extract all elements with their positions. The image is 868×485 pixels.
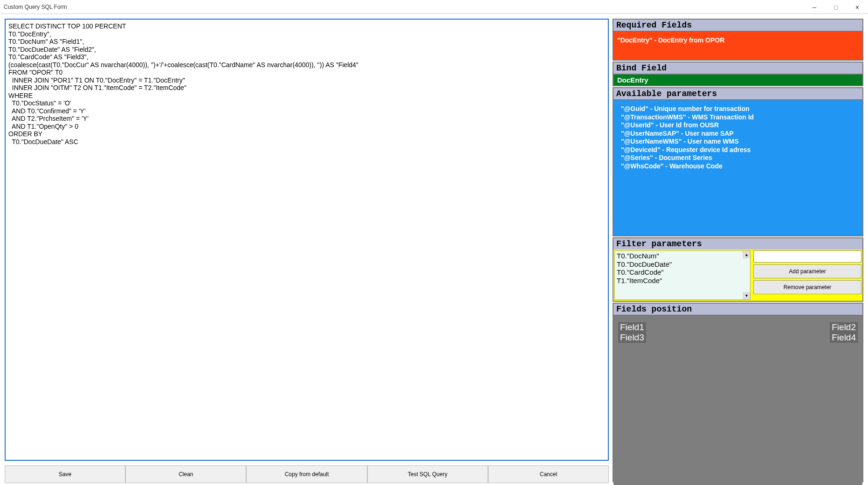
bind-field-value: DocEntry [613,75,862,85]
available-parameters-header: Available parameters [613,88,862,100]
copy-default-button[interactable]: Copy from default [246,465,367,483]
action-bar: Save Clean Copy from default Test SQL Qu… [5,465,609,483]
sql-editor[interactable] [5,19,609,461]
remove-parameter-button[interactable]: Remove parameter [753,280,861,294]
field-slot-2[interactable]: Field2 [830,322,858,333]
filter-item[interactable]: T0."DocDueDate" [617,260,748,269]
filter-input[interactable] [753,250,861,263]
available-parameters-body: "@Guid" - Unique number for transaction … [613,100,862,236]
filter-parameters-header: Filter parameters [613,238,862,249]
cancel-button[interactable]: Cancel [488,465,609,483]
field-slot-3[interactable]: Field3 [618,333,646,343]
required-fields-header: Required Fields [613,20,862,32]
param-item: "@UserNameWMS" - User name WMS [621,138,855,146]
fields-position-panel: Fields position Field1 Field2 Field3 Fie… [613,303,863,482]
filter-item[interactable]: T0."DocNum" [617,252,748,260]
required-fields-panel: Required Fields "DocEntry" - DocEntry fr… [613,19,863,61]
param-item: "@UserId" - User Id from OUSR [621,121,855,130]
field-slot-4[interactable]: Field4 [830,333,858,343]
param-item: "@Guid" - Unique number for transaction [621,105,855,113]
save-button[interactable]: Save [5,465,125,483]
required-fields-body: "DocEntry" - DocEntry from OPOR [613,32,862,60]
bind-field-header: Bind Field [613,62,862,75]
required-field-item: "DocEntry" - DocEntry from OPOR [617,36,859,44]
param-item: "@WhsCode" - Warehouse Code [621,162,855,171]
param-item: "@DeviceId" - Requester device Id adress [621,146,855,154]
maximize-button[interactable]: ▢ [825,0,847,14]
available-parameters-panel: Available parameters "@Guid" - Unique nu… [613,87,863,236]
param-item: "@UserNameSAP" - User name SAP [621,130,855,138]
window-title: Custom Query SQL Form [4,4,67,10]
filter-list[interactable]: T0."DocNum" T0."DocDueDate" T0."CardCode… [614,250,751,300]
clean-button[interactable]: Clean [125,465,246,483]
filter-item[interactable]: T0."CardCode" [617,268,748,277]
param-item: "@TransactionWMS" - WMS Transaction Id [621,113,855,122]
param-item: "@Series" - Document Series [621,154,855,162]
field-slot-1[interactable]: Field1 [618,322,646,333]
bind-field-panel: Bind Field DocEntry [613,62,863,86]
scroll-down-icon[interactable]: ▾ [743,292,750,299]
minimize-button[interactable]: — [804,0,825,14]
add-parameter-button[interactable]: Add parameter [753,264,861,278]
scroll-up-icon[interactable]: ▴ [743,251,750,258]
filter-parameters-panel: Filter parameters T0."DocNum" T0."DocDue… [613,237,863,302]
filter-item[interactable]: T1."ItemCode" [617,277,748,285]
close-button[interactable]: ✕ [847,0,868,14]
test-sql-button[interactable]: Test SQL Query [367,465,488,483]
fields-position-header: Fields position [613,304,862,316]
title-bar: Custom Query SQL Form — ▢ ✕ [0,0,868,14]
